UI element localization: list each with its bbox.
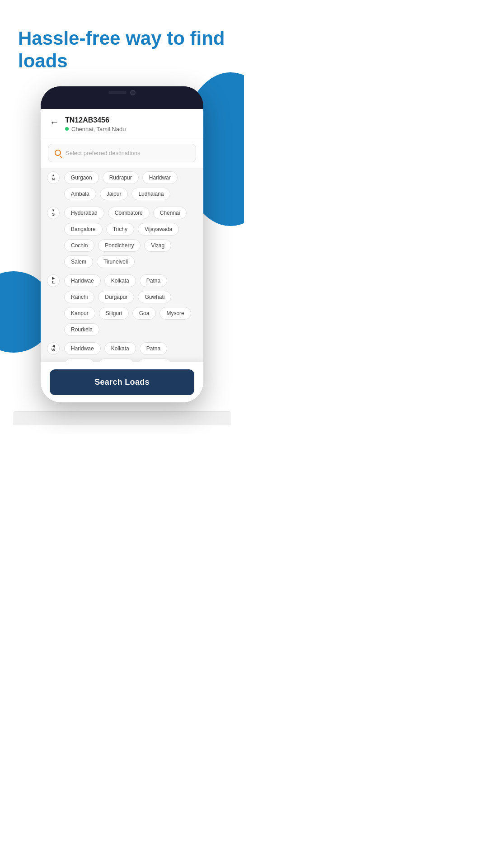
phone-screen: ← TN12AB3456 Chennai, Tamil Nadu Select … [41, 109, 203, 402]
tags-container-N: GurgaonRudrapurHaridwarAmbalaJaipurLudha… [64, 171, 197, 200]
tag-durgapur[interactable]: Durgapur [98, 291, 134, 303]
tag-gurgaon[interactable]: Gurgaon [64, 171, 99, 184]
tag-ranchi[interactable]: Ranchi [64, 359, 94, 362]
tag-coimbatore[interactable]: Coimbatore [108, 207, 150, 219]
direction-section-S: ▼SHyderabadCoimbatoreChennaiBangaloreTri… [47, 207, 197, 268]
phone-wrapper: ← TN12AB3456 Chennai, Tamil Nadu Select … [0, 86, 244, 411]
tag-salem[interactable]: Salem [64, 255, 93, 268]
search-loads-button[interactable]: Search Loads [50, 369, 194, 395]
location-dot [65, 127, 69, 131]
tag-chennai[interactable]: Chennai [153, 207, 187, 219]
vehicle-location: Chennai, Tamil Nadu [65, 126, 126, 132]
back-button[interactable]: ← [50, 117, 59, 127]
phone-device: ← TN12AB3456 Chennai, Tamil Nadu Select … [41, 86, 203, 402]
tag-jaipur[interactable]: Jaipur [100, 188, 128, 200]
tag-haridwar[interactable]: Haridwar [142, 171, 178, 184]
direction-badge-N: ▲N [47, 171, 60, 184]
tags-container-W: HaridwaeKolkataPatnaRanchiDurgapurGuwhat… [64, 342, 197, 362]
tag-kanpur[interactable]: Kanpur [64, 307, 95, 320]
tag-rudrapur[interactable]: Rudrapur [103, 171, 139, 184]
hero-plain: Hassle-free [18, 28, 126, 49]
tag-guwhati[interactable]: Guwhati [138, 359, 171, 362]
hero-blue-line1: way to find [126, 28, 225, 49]
direction-header-W: ◀WHaridwaeKolkataPatnaRanchiDurgapurGuwh… [47, 342, 197, 362]
tag-haridwae[interactable]: Haridwae [64, 274, 101, 287]
location-text: Chennai, Tamil Nadu [71, 126, 126, 132]
vehicle-info: TN12AB3456 Chennai, Tamil Nadu [65, 116, 126, 132]
tag-pondicherry[interactable]: Pondicherry [98, 239, 141, 252]
tag-ludhaiana[interactable]: Ludhaiana [131, 188, 170, 200]
destinations-list: ▲NGurgaonRudrapurHaridwarAmbalaJaipurLud… [41, 168, 203, 362]
notch-speaker [108, 91, 127, 94]
vehicle-id: TN12AB3456 [65, 116, 126, 124]
phone-notch-area [41, 86, 203, 109]
tag-cochin[interactable]: Cochin [64, 239, 94, 252]
direction-header-S: ▼SHyderabadCoimbatoreChennaiBangaloreTri… [47, 207, 197, 268]
search-button-container: Search Loads [41, 362, 203, 402]
search-container: Select preferred destinations [41, 138, 203, 168]
tag-ambala[interactable]: Ambala [64, 188, 96, 200]
direction-header-N: ▲NGurgaonRudrapurHaridwarAmbalaJaipurLud… [47, 171, 197, 200]
destination-icon [55, 150, 61, 156]
tag-kolkata[interactable]: Kolkata [104, 274, 136, 287]
tag-tirunelveli[interactable]: Tirunelveli [97, 255, 135, 268]
tag-vijayawada[interactable]: Vijayawada [138, 223, 179, 236]
tag-bangalore[interactable]: Bangalore [64, 223, 103, 236]
hero-section: Hassle-free way to find loads [0, 0, 244, 86]
direction-badge-S: ▼S [47, 207, 60, 219]
tag-patna[interactable]: Patna [140, 274, 167, 287]
phone-notch [95, 86, 149, 99]
direction-section-W: ◀WHaridwaeKolkataPatnaRanchiDurgapurGuwh… [47, 342, 197, 362]
direction-badge-E: ▶E [47, 274, 60, 287]
search-input-box[interactable]: Select preferred destinations [48, 144, 196, 162]
tag-haridwae[interactable]: Haridwae [64, 342, 101, 355]
direction-section-N: ▲NGurgaonRudrapurHaridwarAmbalaJaipurLud… [47, 171, 197, 200]
tags-container-S: HyderabadCoimbatoreChennaiBangaloreTrich… [64, 207, 197, 268]
app-header: ← TN12AB3456 Chennai, Tamil Nadu [41, 109, 203, 138]
direction-section-E: ▶EHaridwaeKolkataPatnaRanchiDurgapurGuwh… [47, 274, 197, 336]
tag-siliguri[interactable]: Siliguri [99, 307, 129, 320]
tag-vizag[interactable]: Vizag [144, 239, 171, 252]
search-placeholder: Select preferred destinations [66, 150, 140, 156]
notch-camera [130, 90, 136, 95]
direction-badge-W: ◀W [47, 342, 60, 355]
tag-patna[interactable]: Patna [140, 342, 167, 355]
tag-kolkata[interactable]: Kolkata [104, 342, 136, 355]
direction-header-E: ▶EHaridwaeKolkataPatnaRanchiDurgapurGuwh… [47, 274, 197, 336]
tag-goa[interactable]: Goa [132, 307, 156, 320]
tag-hyderabad[interactable]: Hyderabad [64, 207, 104, 219]
tag-ranchi[interactable]: Ranchi [64, 291, 94, 303]
tag-trichy[interactable]: Trichy [106, 223, 134, 236]
tags-container-E: HaridwaeKolkataPatnaRanchiDurgapurGuwhat… [64, 274, 197, 336]
hero-title: Hassle-free way to find loads [18, 27, 226, 73]
tag-rourkela[interactable]: Rourkela [64, 323, 99, 336]
next-screen-hint [14, 411, 230, 425]
tag-mysore[interactable]: Mysore [160, 307, 191, 320]
hero-blue-line2: loads [18, 50, 68, 71]
tag-durgapur[interactable]: Durgapur [98, 359, 134, 362]
tag-guwhati[interactable]: Guwhati [138, 291, 171, 303]
